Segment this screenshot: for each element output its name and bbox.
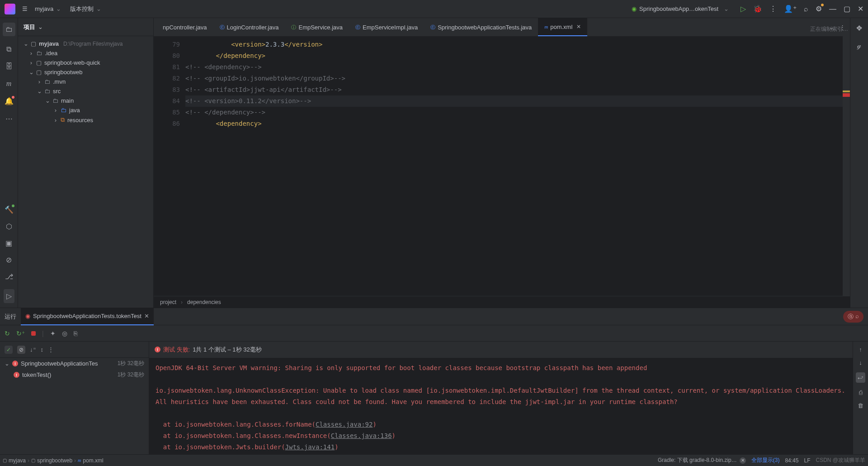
test-summary-counts: 1共 1 个测试 – 1秒 32毫秒 (193, 346, 261, 354)
gradle-tool-icon[interactable]: ℊ (857, 41, 861, 50)
tree-root[interactable]: ⌄▢myjavaD:\Program Files\myjava (20, 39, 151, 48)
watermark-text: CSDN @攻城狮羊羊 (816, 456, 865, 464)
export-icon[interactable]: ⎘ (74, 330, 77, 337)
tab-tests[interactable]: ⓒSpringbootwebApplicationTests.java (424, 18, 538, 36)
clear-icon[interactable]: 🗑 (858, 402, 863, 409)
tree-folder-main[interactable]: ⌄🗀main (20, 96, 151, 105)
rerun-failed-icon[interactable]: ↻⁺ (16, 330, 25, 337)
tree-folder-idea[interactable]: ›🗀.idea (20, 48, 151, 58)
project-panel: 项目 ⌄ ⌄▢myjavaD:\Program Files\myjava ›🗀.… (18, 18, 154, 308)
ai-assistant-icon[interactable]: ❖ (856, 24, 863, 33)
test-method-node[interactable]: ! tokenTest() 1秒 32毫秒 (0, 369, 149, 380)
run-config-dropdown[interactable]: ◉ SpringbootwebApp…okenTest ⌄ (628, 5, 735, 13)
tab-empcontroller[interactable]: npController.java (156, 18, 213, 36)
cancel-gradle-icon[interactable]: ✕ (740, 457, 746, 464)
tree-module-2[interactable]: ⌄▢springbootweb (20, 67, 151, 77)
close-window-icon[interactable]: ✕ (858, 5, 863, 13)
project-view-dropdown-icon[interactable]: ⌄ (38, 24, 43, 30)
rerun-icon[interactable]: ↻ (5, 330, 10, 337)
code-area[interactable]: <version>2.3.3</version> </dependency> <… (185, 36, 843, 296)
test-class-node[interactable]: ⌄ ! SpringbootwebApplicationTes 1秒 32毫秒 (0, 358, 149, 369)
error-icon: ! (12, 361, 18, 366)
ide-logo (5, 4, 15, 14)
hamburger-icon[interactable]: ☰ (22, 5, 28, 12)
line-separator[interactable]: LF (804, 457, 810, 464)
close-tab-icon[interactable]: ✕ (576, 24, 581, 30)
ai-capsule[interactable]: ⓐ⌕ (843, 311, 863, 323)
git-tool-icon[interactable]: ⎇ (5, 272, 13, 281)
breadcrumb-item[interactable]: project (160, 299, 176, 305)
run-label: 运行 (5, 313, 16, 321)
stop-icon[interactable] (31, 330, 36, 337)
editor-tabs: npController.java ⓒLoginController.java … (154, 18, 850, 36)
tab-pom[interactable]: mpom.xml✕ (538, 18, 587, 36)
vcs-dropdown[interactable]: 版本控制⌄ (70, 5, 104, 13)
expand-icon[interactable]: ↕ (41, 346, 44, 353)
run-button[interactable]: ▷ (741, 5, 746, 13)
build-tool-icon[interactable]: 🔨 (5, 205, 14, 214)
ai-icon: ⓐ (848, 313, 854, 321)
search-everywhere-icon[interactable]: ⌕ (804, 5, 808, 13)
test-tree-panel: ✓ ⊘ ↓⁼ ↕ ⋮ ⌄ ! SpringbootwebApplicationT… (0, 342, 149, 466)
gutter: 79 80 81 82 83 84 85 86 (154, 36, 185, 296)
run-tab-test[interactable]: ◉ SpringbootwebApplicationTests.tokenTes… (21, 308, 154, 325)
notifications-icon[interactable]: 🔔 (5, 97, 14, 105)
toggle-breakpoint-icon[interactable]: ✦ (50, 330, 56, 337)
show-passed-toggle[interactable]: ✓ (5, 346, 13, 354)
editor-area: npController.java ⓒLoginController.java … (154, 18, 850, 308)
test-more-icon[interactable]: ⋮ (48, 346, 54, 353)
maven-tool-icon[interactable]: m (6, 80, 12, 88)
tree-folder-src[interactable]: ⌄🗀src (20, 86, 151, 96)
dump-icon[interactable]: ◎ (62, 330, 67, 337)
nav-crumb[interactable]: pom.xml (83, 457, 103, 464)
tree-folder-java[interactable]: ›🗀java (20, 105, 151, 115)
title-bar: ☰ myjava⌄ 版本控制⌄ ◉ SpringbootwebApp…okenT… (0, 0, 868, 18)
print-icon[interactable]: ⎙ (859, 389, 863, 396)
tab-empserviceimpl[interactable]: ⓒEmpServiceImpl.java (349, 18, 424, 36)
breadcrumb-item[interactable]: dependencies (187, 299, 221, 305)
show-ignored-toggle[interactable]: ⊘ (17, 346, 25, 354)
more-menu-icon[interactable]: ⋮ (769, 5, 777, 13)
project-tool-icon[interactable]: 🗀 (3, 23, 15, 36)
structure-tool-icon[interactable]: ⧉ (6, 45, 11, 53)
tab-logincontroller[interactable]: ⓒLoginController.java (213, 18, 285, 36)
run-tool-icon[interactable]: ▷ (4, 289, 14, 303)
maximize-icon[interactable]: ▢ (844, 5, 850, 13)
tree-folder-resources[interactable]: ›⧉resources (20, 115, 151, 125)
tree-folder-mvn[interactable]: ›🗀.mvn (20, 77, 151, 86)
run-panel: 运行 ◉ SpringbootwebApplicationTests.token… (0, 308, 868, 466)
scroll-up-icon[interactable]: ↑ (859, 346, 862, 353)
console-output[interactable]: OpenJDK 64-Bit Server VM warning: Sharin… (149, 358, 853, 466)
more-tools-icon[interactable]: ⋯ (5, 114, 13, 123)
debug-button[interactable]: 🐞 (753, 5, 762, 13)
minimap-scrollbar[interactable] (843, 36, 850, 296)
database-tool-icon[interactable]: 🗄 (5, 62, 13, 71)
nav-crumb[interactable]: springbootweb (37, 457, 72, 464)
tab-empservice[interactable]: ⓘEmpService.java (285, 18, 349, 36)
soft-wrap-icon[interactable]: ⮐ (856, 372, 865, 383)
right-tool-rail: ❖ ℊ (850, 18, 868, 308)
sort-icon[interactable]: ↓⁼ (30, 346, 36, 353)
problems-tool-icon[interactable]: ⊘ (6, 256, 12, 264)
close-run-tab-icon[interactable]: ✕ (144, 313, 149, 319)
services-tool-icon[interactable]: ⬡ (6, 222, 12, 231)
scroll-down-icon[interactable]: ↓ (859, 359, 862, 366)
run-toolbar: ↻ ↻⁺ | ✦ ◎ ⎘ (0, 325, 868, 342)
error-icon: ! (14, 372, 19, 378)
stack-link[interactable]: Classes.java:92 (316, 421, 373, 428)
project-panel-title: 项目 (24, 23, 35, 31)
settings-icon[interactable]: ⚙ (816, 5, 822, 13)
minimize-icon[interactable]: — (829, 5, 836, 13)
tree-module-1[interactable]: ›▢springboot-web-quick (20, 58, 151, 67)
terminal-tool-icon[interactable]: ▣ (5, 239, 12, 247)
project-name-dropdown[interactable]: myjava⌄ (35, 5, 64, 12)
cursor-position[interactable]: 84:45 (785, 457, 798, 464)
stack-link[interactable]: Classes.java:136 (331, 432, 392, 439)
collaborators-icon[interactable]: 👤⁺ (784, 5, 797, 13)
stack-link[interactable]: Jwts.java:141 (285, 443, 335, 451)
nav-crumb[interactable]: myjava (9, 457, 26, 464)
error-icon: ! (155, 347, 160, 352)
show-all-link[interactable]: 全部显示(3) (751, 456, 780, 464)
console-right-rail: ↑ ↓ ⮐ ⎙ 🗑 (853, 342, 868, 466)
editor-breadcrumb: project › dependencies (154, 296, 850, 308)
